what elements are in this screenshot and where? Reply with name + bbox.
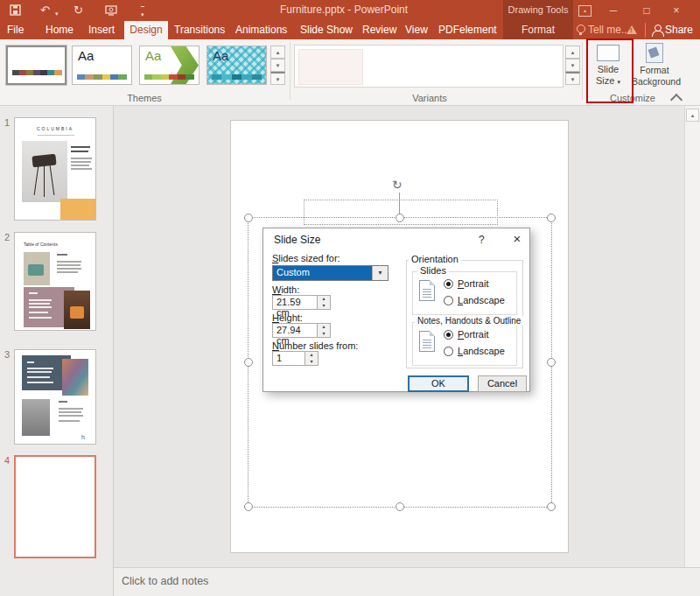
slides-landscape-option[interactable]: Landscape xyxy=(444,295,505,305)
theme-swatches xyxy=(144,74,194,80)
tab-transitions[interactable]: Transitions xyxy=(174,24,225,36)
selection-handle[interactable] xyxy=(547,214,556,222)
theme-sample-text: Aa xyxy=(213,48,228,63)
thumbnail-art xyxy=(38,135,74,136)
radio-icon[interactable] xyxy=(444,347,453,356)
selection-handle[interactable] xyxy=(547,502,556,511)
text-line xyxy=(29,303,50,305)
themes-scroll-up-icon[interactable]: ▴ xyxy=(270,46,285,59)
selection-handle[interactable] xyxy=(244,502,253,511)
close-icon[interactable]: × xyxy=(668,3,684,18)
height-input[interactable]: 27.94 cm xyxy=(272,323,318,338)
themes-more-icon[interactable]: ▾ xyxy=(270,72,285,85)
scroll-up-icon[interactable]: ▴ xyxy=(686,109,699,122)
spin-down-icon[interactable]: ▾ xyxy=(318,303,330,310)
ribbon-display-options-icon[interactable]: ▴ xyxy=(578,5,592,17)
save-icon[interactable] xyxy=(10,4,21,19)
tab-slide-show[interactable]: Slide Show xyxy=(300,24,353,36)
vertical-scrollbar[interactable]: ▴ xyxy=(684,106,700,567)
minimize-icon[interactable]: ─ xyxy=(606,3,621,18)
themes-group-label: Themes xyxy=(0,93,289,103)
dialog-title: Slide Size xyxy=(274,234,320,246)
spin-up-icon[interactable]: ▴ xyxy=(318,296,330,303)
text-line xyxy=(71,161,91,163)
undo-dropdown-icon[interactable]: ▾ xyxy=(55,6,59,21)
variants-scroll-down-icon[interactable]: ▾ xyxy=(565,59,580,72)
theme-thumbnail-3[interactable]: Aa xyxy=(139,46,200,85)
maximize-icon[interactable]: □ xyxy=(639,3,654,18)
variants-group-label: Variants xyxy=(294,93,565,103)
radio-icon[interactable] xyxy=(444,296,453,305)
slide-thumbnail-3[interactable]: h xyxy=(14,349,96,445)
variants-scroll-up-icon[interactable]: ▴ xyxy=(565,46,580,59)
rotate-handle-icon[interactable]: ↻ xyxy=(392,178,402,192)
spin-up-icon[interactable]: ▴ xyxy=(318,324,330,331)
tab-pdfelement[interactable]: PDFelement xyxy=(438,24,497,36)
tab-animations[interactable]: Animations xyxy=(235,24,287,36)
selection-handle[interactable] xyxy=(547,358,556,367)
redo-icon[interactable]: ↻ xyxy=(74,3,83,18)
variants-gallery[interactable] xyxy=(294,45,564,88)
thumbnail-photo xyxy=(22,399,50,436)
window-title: Furniture.pptx - PowerPoint xyxy=(280,4,408,16)
tell-me-box[interactable]: Tell me... xyxy=(588,24,630,36)
cancel-button[interactable]: Cancel xyxy=(478,375,527,392)
text-line xyxy=(27,368,53,369)
theme-thumbnail-2[interactable]: Aa xyxy=(72,46,132,85)
width-spinner: 21.59 cm ▴▾ xyxy=(272,295,331,310)
tab-review[interactable]: Review xyxy=(362,24,396,36)
radio-selected-icon[interactable] xyxy=(444,330,453,340)
sized-for-dropdown[interactable]: Custom ▾ xyxy=(272,265,388,281)
share-button[interactable]: Share xyxy=(665,24,693,36)
start-slideshow-icon[interactable] xyxy=(105,4,117,19)
text-line xyxy=(27,371,52,373)
notes-pane[interactable]: Click to add notes xyxy=(114,567,700,596)
dialog-close-icon[interactable]: × xyxy=(509,231,525,246)
themes-scroll-down-icon[interactable]: ▾ xyxy=(270,59,285,72)
notes-group-label: Notes, Handouts & Outline xyxy=(415,316,523,326)
format-background-label-line2: Background xyxy=(632,76,681,87)
text-line xyxy=(57,271,78,273)
tab-file[interactable]: File xyxy=(7,24,24,36)
slide-thumbnail-2[interactable]: Table of Contents xyxy=(14,232,96,331)
width-input[interactable]: 21.59 cm xyxy=(272,295,318,310)
slides-portrait-option[interactable]: Portrait xyxy=(444,278,488,289)
theme-thumbnail-current[interactable] xyxy=(6,46,66,85)
customize-qat-icon[interactable]: ▾ xyxy=(141,6,144,22)
slide-thumbnail-4-selected[interactable] xyxy=(14,455,96,558)
ok-button[interactable]: OK xyxy=(408,375,469,392)
slides-group-label: Slides xyxy=(417,265,449,276)
variant-thumbnail[interactable] xyxy=(298,49,363,85)
tab-home[interactable]: Home xyxy=(46,24,74,36)
tab-insert[interactable]: Insert xyxy=(88,24,115,36)
slide-thumbnail-1[interactable]: COLUMBIA xyxy=(14,117,96,221)
notes-portrait-option[interactable]: Portrait xyxy=(444,329,488,340)
warning-icon[interactable]: ! xyxy=(626,25,637,34)
spin-up-icon[interactable]: ▴ xyxy=(305,352,318,359)
theme-thumbnail-4[interactable]: Aa xyxy=(206,46,267,85)
text-line xyxy=(29,317,52,319)
group-divider xyxy=(290,42,290,100)
number-input[interactable]: 1 xyxy=(272,351,305,366)
tab-format[interactable]: Format xyxy=(505,24,571,36)
selection-handle[interactable] xyxy=(396,502,404,511)
text-line xyxy=(59,401,67,403)
tab-view[interactable]: View xyxy=(405,24,428,36)
notes-landscape-option[interactable]: Landscape xyxy=(444,346,505,356)
dialog-help-icon[interactable]: ? xyxy=(479,234,485,246)
format-background-button[interactable]: Format Background xyxy=(632,41,677,95)
notes-placeholder: Click to add notes xyxy=(122,575,208,587)
selection-handle[interactable] xyxy=(244,358,253,367)
spin-down-icon[interactable]: ▾ xyxy=(318,331,330,338)
radio-selected-icon[interactable] xyxy=(444,279,453,289)
selection-handle[interactable] xyxy=(396,214,404,222)
thumbnail-art xyxy=(34,165,39,195)
variants-more-icon[interactable]: ▾ xyxy=(565,72,580,85)
thumbnail-art xyxy=(50,165,55,195)
red-annotation-box xyxy=(586,39,634,103)
dropdown-arrow-icon[interactable]: ▾ xyxy=(372,266,388,280)
selection-handle[interactable] xyxy=(244,214,253,222)
undo-icon[interactable]: ↶ xyxy=(40,3,50,18)
tab-design[interactable]: Design xyxy=(124,21,168,39)
spin-down-icon[interactable]: ▾ xyxy=(305,359,318,366)
